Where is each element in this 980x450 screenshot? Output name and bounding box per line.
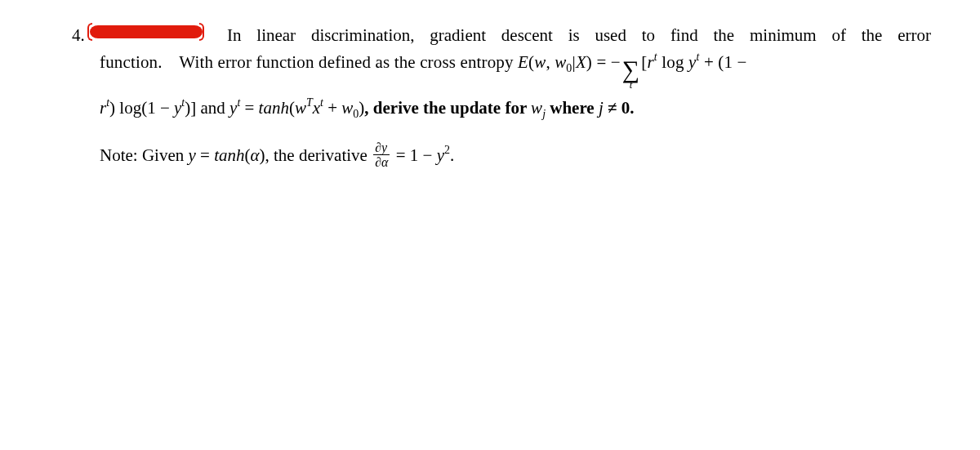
paren-open-2: ( — [289, 98, 295, 118]
note-pre: Note: Given — [100, 145, 188, 165]
eq-3: = — [196, 145, 214, 165]
plus: + — [323, 98, 341, 118]
plus-open: + (1 − — [700, 52, 747, 72]
sym-w0-w-2: w — [341, 98, 353, 118]
sym-y-3: y — [229, 98, 237, 118]
tanh-1: tanh — [259, 98, 289, 118]
line-1: In linear discrimination, gradient desce… — [100, 23, 931, 49]
redaction-stroke — [90, 25, 203, 38]
one-minus: = 1 − — [391, 145, 436, 165]
line-2: function. With error function defined as… — [100, 49, 931, 88]
sup-t-1: t — [654, 51, 657, 63]
redaction-mark — [90, 25, 212, 44]
sym-w0-w: w — [555, 52, 566, 72]
sym-r-2: r — [100, 98, 106, 118]
sym-x: x — [313, 98, 320, 118]
den-alpha: α — [381, 155, 388, 169]
num-y: y — [381, 140, 387, 154]
problem-body: In linear discrimination, gradient desce… — [100, 23, 931, 171]
paren-close-3: ) — [260, 145, 265, 165]
sym-w-2: w — [295, 98, 306, 118]
lbrack: [ — [641, 52, 647, 72]
sup-t-3: t — [106, 96, 109, 109]
sup-t-5: t — [237, 96, 240, 109]
derive-text: , derive the update for — [364, 98, 531, 118]
sub-0: 0 — [566, 62, 572, 74]
log-1: log — [657, 52, 688, 72]
where-text: where — [546, 98, 599, 118]
sym-w: w — [534, 52, 546, 72]
redaction-right — [199, 23, 204, 41]
sym-y-2: y — [174, 98, 181, 118]
sup-t-4: t — [181, 96, 185, 109]
sym-r: r — [648, 52, 654, 72]
sym-y-5: y — [437, 145, 444, 165]
line-3: rt) log(1 − yt)] and yt = tanh(wTxt + w0… — [100, 95, 931, 123]
sup-t-2: t — [696, 51, 699, 63]
rbrack: )] — [185, 98, 196, 118]
frac-den: ∂α — [373, 154, 390, 170]
sup-T: T — [306, 96, 313, 109]
partial-2: ∂ — [375, 155, 381, 169]
neq: ≠ 0. — [604, 98, 635, 118]
note-line: Note: Given y = tanh(α), the derivative … — [100, 142, 931, 171]
and: and — [196, 98, 229, 118]
text-line1: In linear discrimination, gradient desce… — [227, 25, 931, 45]
fraction-dy-da: ∂y ∂α — [373, 141, 390, 170]
rparen-log: ) log(1 − — [109, 98, 174, 118]
sigma-sub: t — [630, 77, 633, 93]
partial-1: ∂ — [375, 140, 381, 154]
sym-y-4: y — [188, 145, 195, 165]
text-line2-pre: function. With error function defined as… — [100, 52, 518, 72]
sym-wj-w: w — [531, 98, 542, 118]
alpha: α — [251, 145, 260, 165]
comma: , — [546, 52, 555, 72]
minus: − — [611, 52, 621, 72]
tanh-2: tanh — [214, 145, 244, 165]
problem-4: 4. In linear discrimination, gradient de… — [72, 23, 931, 171]
sym-X: X — [576, 52, 586, 72]
paren-open-3: ( — [245, 145, 251, 165]
note-mid: , the derivative — [265, 145, 372, 165]
eq: = — [592, 52, 611, 72]
dot: . — [450, 145, 454, 165]
problem-number: 4. — [72, 23, 85, 49]
sigma: ∑ t — [622, 57, 640, 88]
sup-2: 2 — [444, 144, 450, 156]
frac-num: ∂y — [373, 141, 390, 154]
sup-t-6: t — [320, 96, 323, 109]
eq-2: = — [240, 98, 258, 118]
sym-E: E — [518, 52, 528, 72]
paren-close: ) — [586, 52, 592, 72]
